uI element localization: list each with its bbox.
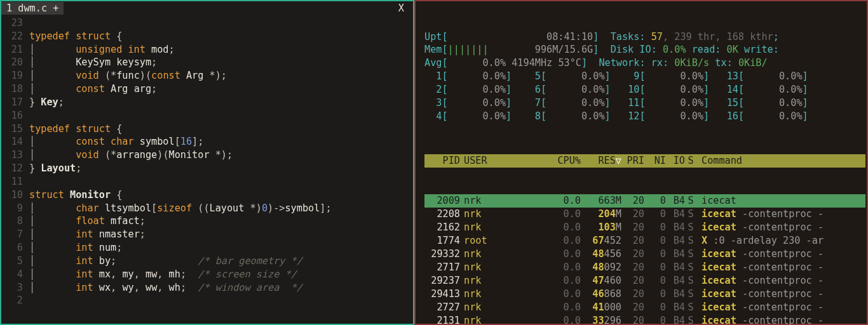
- proc-row[interactable]: 2009nrk0.0663M200B4Sicecat: [424, 194, 865, 208]
- line-number: 3: [1, 281, 29, 295]
- code-line[interactable]: 15typedef struct {: [1, 123, 413, 136]
- line-number: 13: [1, 149, 29, 162]
- code-line[interactable]: 10struct Monitor {: [1, 189, 413, 202]
- line-number: 10: [1, 189, 29, 202]
- code-text: │ char ltsymbol[sizeof ((Layout *)0)->sy…: [29, 202, 413, 215]
- code-line[interactable]: 19│ void (*func)(const Arg *);: [1, 69, 413, 83]
- line-number: 8: [1, 215, 29, 228]
- code-text: │ void (*arrange)(Monitor *);: [29, 149, 413, 162]
- line-number: 20: [1, 56, 29, 69]
- tab-bar: 1 dwm.c + X: [1, 1, 413, 15]
- code-text: [29, 294, 413, 307]
- code-text: │ const Arg arg;: [29, 83, 413, 96]
- line-number: 2: [1, 294, 29, 307]
- code-text: typedef struct {: [29, 123, 413, 136]
- code-text: [29, 17, 413, 30]
- proc-row[interactable]: 2208nrk0.0204M200B4Sicecat -contentproc …: [424, 208, 865, 221]
- code-line[interactable]: 20│ KeySym keysym;: [1, 56, 413, 69]
- line-number: 19: [1, 69, 29, 83]
- code-line[interactable]: 23: [1, 17, 413, 30]
- code-line[interactable]: 3│ int wx, wy, ww, wh; /* window area */: [1, 281, 413, 295]
- code-line[interactable]: 22typedef struct {: [1, 30, 413, 43]
- proc-row[interactable]: 1774root0.067452200B4SX :0 -ardelay 230 …: [424, 234, 865, 248]
- code-line[interactable]: 11: [1, 175, 413, 189]
- code-text: │ const char symbol[16];: [29, 135, 413, 149]
- code-text: [29, 109, 413, 123]
- line-number: 14: [1, 135, 29, 149]
- code-line[interactable]: 14│ const char symbol[16];: [1, 135, 413, 149]
- code-text: │ unsigned int mod;: [29, 43, 413, 56]
- code-line[interactable]: 18│ const Arg arg;: [1, 83, 413, 96]
- line-number: 21: [1, 43, 29, 56]
- code-text: │ KeySym keysym;: [29, 56, 413, 69]
- proc-row[interactable]: 29413nrk0.046868200B4Sicecat -contentpro…: [424, 288, 865, 301]
- code-text: │ int mx, my, mw, mh; /* screen size */: [29, 268, 413, 281]
- proc-row[interactable]: 2162nrk0.0103M200B4Sicecat -contentproc …: [424, 221, 865, 234]
- code-text: │ void (*func)(const Arg *);: [29, 69, 413, 83]
- tab-file[interactable]: 1 dwm.c +: [1, 2, 64, 15]
- proc-row[interactable]: 2727nrk0.041000200B4Sicecat -contentproc…: [424, 301, 865, 314]
- code-line[interactable]: 8│ float mfact;: [1, 215, 413, 228]
- code-line[interactable]: 7│ int nmaster;: [1, 228, 413, 241]
- code-text: struct Monitor {: [29, 189, 413, 202]
- code-line[interactable]: 12} Layout;: [1, 162, 413, 175]
- code-text: typedef struct {: [29, 30, 413, 43]
- proc-row[interactable]: 2717nrk0.048092200B4Sicecat -contentproc…: [424, 261, 865, 274]
- proc-row[interactable]: 29237nrk0.047460200B4Sicecat -contentpro…: [424, 274, 865, 288]
- code-text: [29, 175, 413, 189]
- line-number: 7: [1, 228, 29, 241]
- line-number: 9: [1, 202, 29, 215]
- code-text: │ int wx, wy, ww, wh; /* window area */: [29, 281, 413, 295]
- code-text: │ int by; /* bar geometry */: [29, 255, 413, 268]
- code-area[interactable]: 2322typedef struct {21│ unsigned int mod…: [1, 15, 413, 307]
- line-number: 17: [1, 96, 29, 109]
- line-number: 12: [1, 162, 29, 175]
- proc-row[interactable]: 2131nrk0.033296200B4Sicecat -contentproc…: [424, 314, 865, 325]
- code-text: │ int num;: [29, 241, 413, 255]
- code-line[interactable]: 5│ int by; /* bar geometry */: [1, 255, 413, 268]
- line-number: 11: [1, 175, 29, 189]
- code-line[interactable]: 21│ unsigned int mod;: [1, 43, 413, 56]
- code-line[interactable]: 2: [1, 294, 413, 307]
- line-number: 15: [1, 123, 29, 136]
- tab-index: 1: [6, 3, 12, 14]
- line-number: 6: [1, 241, 29, 255]
- code-text: } Key;: [29, 96, 413, 109]
- code-line[interactable]: 4│ int mx, my, mw, mh; /* screen size */: [1, 268, 413, 281]
- close-icon[interactable]: X: [398, 2, 404, 15]
- line-number: 16: [1, 109, 29, 123]
- meters: Upt[ 08:41:10] Tasks: 57, 239 thr, 168 k…: [424, 30, 865, 123]
- code-line[interactable]: 16: [1, 109, 413, 123]
- proc-header[interactable]: PIDUSERCPU%RES▽PRINIIOSCommand: [424, 154, 865, 168]
- editor-pane: 1 dwm.c + X 2322typedef struct {21│ unsi…: [0, 0, 414, 325]
- code-line[interactable]: 13│ void (*arrange)(Monitor *);: [1, 149, 413, 162]
- code-text: │ float mfact;: [29, 215, 413, 228]
- proc-row[interactable]: 29332nrk0.048456200B4Sicecat -contentpro…: [424, 248, 865, 261]
- line-number: 22: [1, 30, 29, 43]
- proc-list[interactable]: 2009nrk0.0663M200B4Sicecat2208nrk0.0204M…: [424, 194, 865, 325]
- htop-pane: Upt[ 08:41:10] Tasks: 57, 239 thr, 168 k…: [414, 0, 868, 325]
- line-number: 4: [1, 268, 29, 281]
- line-number: 18: [1, 83, 29, 96]
- code-line[interactable]: 6│ int num;: [1, 241, 413, 255]
- code-text: } Layout;: [29, 162, 413, 175]
- code-line[interactable]: 17} Key;: [1, 96, 413, 109]
- tab-modified: +: [53, 3, 58, 14]
- code-text: │ int nmaster;: [29, 228, 413, 241]
- line-number: 5: [1, 255, 29, 268]
- code-line[interactable]: 9│ char ltsymbol[sizeof ((Layout *)0)->s…: [1, 202, 413, 215]
- line-number: 23: [1, 17, 29, 30]
- tab-filename: dwm.c: [18, 3, 47, 14]
